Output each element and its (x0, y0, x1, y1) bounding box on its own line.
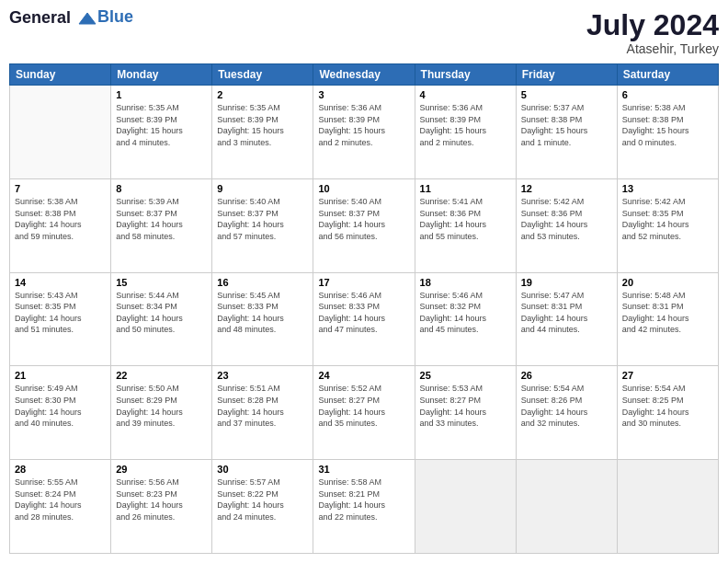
calendar-cell (516, 460, 617, 554)
day-number: 6 (622, 89, 713, 100)
location: Atasehir, Turkey (586, 41, 719, 56)
day-number: 12 (521, 183, 612, 194)
day-info: Sunrise: 5:48 AM Sunset: 8:31 PM Dayligh… (622, 290, 713, 336)
day-info: Sunrise: 5:47 AM Sunset: 8:31 PM Dayligh… (521, 290, 612, 336)
calendar-cell: 8Sunrise: 5:39 AM Sunset: 8:37 PM Daylig… (111, 178, 212, 272)
day-number: 14 (15, 277, 106, 288)
day-number: 5 (521, 89, 612, 100)
day-number: 23 (217, 370, 308, 381)
calendar-cell (415, 460, 516, 554)
day-info: Sunrise: 5:46 AM Sunset: 8:33 PM Dayligh… (318, 290, 409, 336)
calendar-header-row: SundayMondayTuesdayWednesdayThursdayFrid… (10, 64, 719, 86)
calendar-cell: 1Sunrise: 5:35 AM Sunset: 8:39 PM Daylig… (111, 86, 212, 179)
day-info: Sunrise: 5:38 AM Sunset: 8:38 PM Dayligh… (622, 102, 713, 148)
day-number: 20 (622, 277, 713, 288)
day-number: 22 (116, 370, 207, 381)
calendar-weekday-tuesday: Tuesday (212, 64, 313, 86)
day-info: Sunrise: 5:57 AM Sunset: 8:22 PM Dayligh… (217, 477, 308, 523)
day-info: Sunrise: 5:51 AM Sunset: 8:28 PM Dayligh… (217, 383, 308, 429)
day-number: 8 (116, 183, 207, 194)
month-year: July 2024 (586, 9, 719, 41)
calendar-cell: 31Sunrise: 5:58 AM Sunset: 8:21 PM Dayli… (313, 460, 415, 554)
calendar-weekday-friday: Friday (516, 64, 617, 86)
logo-blue: Blue (97, 7, 133, 26)
day-info: Sunrise: 5:53 AM Sunset: 8:27 PM Dayligh… (420, 383, 511, 429)
calendar-weekday-monday: Monday (111, 64, 212, 86)
logo: General Blue (9, 9, 133, 28)
calendar-cell: 26Sunrise: 5:54 AM Sunset: 8:26 PM Dayli… (516, 366, 617, 460)
calendar-cell: 25Sunrise: 5:53 AM Sunset: 8:27 PM Dayli… (415, 366, 516, 460)
calendar-cell: 6Sunrise: 5:38 AM Sunset: 8:38 PM Daylig… (617, 86, 718, 179)
calendar-table: SundayMondayTuesdayWednesdayThursdayFrid… (9, 63, 719, 554)
day-number: 1 (116, 89, 207, 100)
calendar-cell (10, 86, 111, 179)
calendar-cell: 22Sunrise: 5:50 AM Sunset: 8:29 PM Dayli… (111, 366, 212, 460)
day-info: Sunrise: 5:42 AM Sunset: 8:36 PM Dayligh… (521, 196, 612, 242)
day-info: Sunrise: 5:46 AM Sunset: 8:32 PM Dayligh… (420, 290, 511, 336)
calendar-cell: 9Sunrise: 5:40 AM Sunset: 8:37 PM Daylig… (212, 178, 313, 272)
day-number: 16 (217, 277, 308, 288)
calendar-cell: 11Sunrise: 5:41 AM Sunset: 8:36 PM Dayli… (415, 178, 516, 272)
calendar-cell: 20Sunrise: 5:48 AM Sunset: 8:31 PM Dayli… (617, 272, 718, 366)
calendar-cell: 28Sunrise: 5:55 AM Sunset: 8:24 PM Dayli… (10, 460, 111, 554)
logo-icon (77, 11, 97, 26)
day-info: Sunrise: 5:36 AM Sunset: 8:39 PM Dayligh… (318, 102, 409, 148)
calendar-week-row: 7Sunrise: 5:38 AM Sunset: 8:38 PM Daylig… (10, 178, 719, 272)
title-block: July 2024 Atasehir, Turkey (586, 9, 719, 56)
calendar-week-row: 1Sunrise: 5:35 AM Sunset: 8:39 PM Daylig… (10, 86, 719, 179)
day-info: Sunrise: 5:39 AM Sunset: 8:37 PM Dayligh… (116, 196, 207, 242)
calendar-cell: 5Sunrise: 5:37 AM Sunset: 8:38 PM Daylig… (516, 86, 617, 179)
day-number: 2 (217, 89, 308, 100)
calendar-cell: 23Sunrise: 5:51 AM Sunset: 8:28 PM Dayli… (212, 366, 313, 460)
calendar-weekday-wednesday: Wednesday (313, 64, 415, 86)
calendar-cell: 27Sunrise: 5:54 AM Sunset: 8:25 PM Dayli… (617, 366, 718, 460)
day-info: Sunrise: 5:58 AM Sunset: 8:21 PM Dayligh… (318, 477, 409, 523)
day-info: Sunrise: 5:55 AM Sunset: 8:24 PM Dayligh… (15, 477, 106, 523)
day-info: Sunrise: 5:56 AM Sunset: 8:23 PM Dayligh… (116, 477, 207, 523)
calendar-cell: 19Sunrise: 5:47 AM Sunset: 8:31 PM Dayli… (516, 272, 617, 366)
calendar-cell: 7Sunrise: 5:38 AM Sunset: 8:38 PM Daylig… (10, 178, 111, 272)
day-info: Sunrise: 5:41 AM Sunset: 8:36 PM Dayligh… (420, 196, 511, 242)
day-info: Sunrise: 5:40 AM Sunset: 8:37 PM Dayligh… (217, 196, 308, 242)
calendar-weekday-saturday: Saturday (617, 64, 718, 86)
day-info: Sunrise: 5:50 AM Sunset: 8:29 PM Dayligh… (116, 383, 207, 429)
day-number: 26 (521, 370, 612, 381)
day-number: 4 (420, 89, 511, 100)
logo-general: General (9, 8, 71, 27)
calendar-cell: 12Sunrise: 5:42 AM Sunset: 8:36 PM Dayli… (516, 178, 617, 272)
calendar-cell: 14Sunrise: 5:43 AM Sunset: 8:35 PM Dayli… (10, 272, 111, 366)
day-number: 18 (420, 277, 511, 288)
calendar-week-row: 28Sunrise: 5:55 AM Sunset: 8:24 PM Dayli… (10, 460, 719, 554)
day-number: 10 (318, 183, 409, 194)
day-info: Sunrise: 5:35 AM Sunset: 8:39 PM Dayligh… (217, 102, 308, 148)
day-number: 15 (116, 277, 207, 288)
day-number: 27 (622, 370, 713, 381)
page: General Blue July 2024 Atasehir, Turkey … (0, 0, 728, 563)
day-info: Sunrise: 5:43 AM Sunset: 8:35 PM Dayligh… (15, 290, 106, 336)
day-number: 19 (521, 277, 612, 288)
calendar-cell: 3Sunrise: 5:36 AM Sunset: 8:39 PM Daylig… (313, 86, 415, 179)
calendar-cell: 30Sunrise: 5:57 AM Sunset: 8:22 PM Dayli… (212, 460, 313, 554)
calendar-cell: 16Sunrise: 5:45 AM Sunset: 8:33 PM Dayli… (212, 272, 313, 366)
calendar-cell: 10Sunrise: 5:40 AM Sunset: 8:37 PM Dayli… (313, 178, 415, 272)
calendar-cell: 2Sunrise: 5:35 AM Sunset: 8:39 PM Daylig… (212, 86, 313, 179)
day-info: Sunrise: 5:36 AM Sunset: 8:39 PM Dayligh… (420, 102, 511, 148)
day-number: 24 (318, 370, 409, 381)
day-number: 31 (318, 464, 409, 475)
day-info: Sunrise: 5:49 AM Sunset: 8:30 PM Dayligh… (15, 383, 106, 429)
calendar-cell: 18Sunrise: 5:46 AM Sunset: 8:32 PM Dayli… (415, 272, 516, 366)
svg-marker-0 (79, 13, 96, 24)
day-number: 21 (15, 370, 106, 381)
day-info: Sunrise: 5:44 AM Sunset: 8:34 PM Dayligh… (116, 290, 207, 336)
calendar-weekday-sunday: Sunday (10, 64, 111, 86)
calendar-week-row: 21Sunrise: 5:49 AM Sunset: 8:30 PM Dayli… (10, 366, 719, 460)
calendar-cell: 24Sunrise: 5:52 AM Sunset: 8:27 PM Dayli… (313, 366, 415, 460)
day-number: 30 (217, 464, 308, 475)
calendar-weekday-thursday: Thursday (415, 64, 516, 86)
calendar-cell: 15Sunrise: 5:44 AM Sunset: 8:34 PM Dayli… (111, 272, 212, 366)
day-info: Sunrise: 5:38 AM Sunset: 8:38 PM Dayligh… (15, 196, 106, 242)
day-number: 28 (15, 464, 106, 475)
day-number: 9 (217, 183, 308, 194)
header: General Blue July 2024 Atasehir, Turkey (9, 9, 719, 56)
day-number: 17 (318, 277, 409, 288)
